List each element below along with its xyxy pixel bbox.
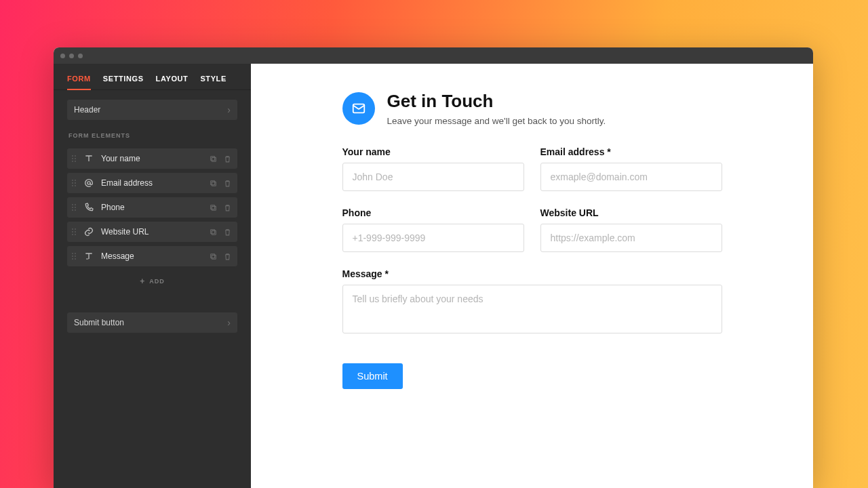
traffic-light-close[interactable] — [60, 54, 65, 58]
delete-icon[interactable] — [223, 155, 232, 163]
duplicate-icon[interactable] — [209, 179, 218, 188]
duplicate-icon[interactable] — [209, 155, 218, 163]
element-row-url[interactable]: Website URL — [67, 222, 237, 242]
svg-rect-8 — [211, 229, 215, 233]
svg-rect-1 — [211, 156, 215, 160]
label-message: Message * — [342, 268, 722, 279]
element-row-phone[interactable]: Phone — [67, 197, 237, 218]
tab-form[interactable]: FORM — [67, 75, 91, 89]
elements-list: Your name Email address — [67, 148, 237, 266]
field-url: Website URL — [540, 207, 722, 252]
label-name: Your name — [342, 146, 524, 157]
svg-rect-10 — [211, 253, 215, 258]
sidebar: FORM SETTINGS LAYOUT STYLE Header FORM E… — [54, 64, 251, 488]
drag-handle-icon[interactable] — [71, 228, 77, 235]
drag-handle-icon[interactable] — [71, 180, 77, 186]
tab-settings[interactable]: SETTINGS — [103, 75, 144, 89]
input-name[interactable] — [342, 163, 524, 191]
label-email: Email address * — [540, 146, 722, 157]
delete-icon[interactable] — [223, 252, 232, 261]
sidebar-tabs: FORM SETTINGS LAYOUT STYLE — [54, 64, 251, 90]
svg-rect-9 — [212, 255, 216, 259]
svg-rect-0 — [212, 157, 216, 161]
window-titlebar — [54, 47, 813, 64]
delete-icon[interactable] — [223, 228, 232, 237]
submit-button[interactable]: Submit — [342, 363, 403, 389]
tab-style[interactable]: STYLE — [200, 75, 226, 89]
text-icon — [83, 153, 94, 164]
header-section-row[interactable]: Header — [67, 100, 237, 120]
field-email: Email address * — [540, 146, 722, 191]
app-window: FORM SETTINGS LAYOUT STYLE Header FORM E… — [54, 47, 813, 488]
add-element-button[interactable]: + ADD — [67, 274, 237, 288]
element-row-email[interactable]: Email address — [67, 173, 237, 193]
input-message[interactable] — [342, 285, 722, 333]
form-header: Get in Touch Leave your message and we'l… — [342, 91, 722, 126]
delete-icon[interactable] — [223, 203, 232, 212]
input-email[interactable] — [540, 163, 722, 191]
form-canvas: Get in Touch Leave your message and we'l… — [251, 64, 813, 488]
submit-section-row[interactable]: Submit button — [67, 312, 237, 333]
svg-rect-6 — [211, 205, 215, 209]
label-phone: Phone — [342, 207, 524, 218]
delete-icon[interactable] — [223, 179, 232, 188]
duplicate-icon[interactable] — [209, 228, 218, 237]
tab-layout[interactable]: LAYOUT — [156, 75, 189, 89]
header-section-label: Header — [74, 105, 100, 115]
element-label: Message — [101, 251, 202, 261]
drag-handle-icon[interactable] — [71, 204, 77, 211]
svg-rect-3 — [212, 182, 216, 186]
plus-icon: + — [140, 277, 145, 285]
element-label: Phone — [101, 203, 202, 212]
field-name: Your name — [342, 146, 524, 191]
duplicate-icon[interactable] — [209, 203, 218, 212]
form-elements-label: FORM ELEMENTS — [67, 128, 237, 140]
at-icon — [83, 178, 94, 188]
input-url[interactable] — [540, 224, 722, 252]
mail-icon — [342, 92, 375, 125]
field-phone: Phone — [342, 207, 524, 252]
svg-rect-4 — [211, 180, 215, 184]
traffic-light-zoom[interactable] — [78, 54, 83, 58]
field-message: Message * — [342, 268, 722, 336]
drag-handle-icon[interactable] — [71, 155, 77, 162]
element-row-your-name[interactable]: Your name — [67, 148, 237, 169]
drag-handle-icon[interactable] — [71, 253, 77, 260]
input-phone[interactable] — [342, 224, 524, 252]
phone-icon — [83, 202, 94, 213]
add-element-label: ADD — [149, 278, 165, 285]
form-title: Get in Touch — [387, 91, 606, 112]
element-label: Email address — [101, 178, 202, 188]
duplicate-icon[interactable] — [209, 252, 218, 261]
submit-section-label: Submit button — [74, 318, 124, 327]
label-url: Website URL — [540, 207, 722, 218]
form-subtitle: Leave your message and we'll get back to… — [387, 116, 606, 126]
svg-rect-7 — [212, 230, 216, 235]
element-row-message[interactable]: Message — [67, 246, 237, 266]
link-icon — [83, 226, 94, 237]
message-icon — [83, 251, 94, 262]
svg-rect-5 — [212, 206, 216, 210]
element-label: Website URL — [101, 227, 202, 237]
traffic-light-minimize[interactable] — [69, 54, 74, 58]
element-label: Your name — [101, 154, 202, 163]
